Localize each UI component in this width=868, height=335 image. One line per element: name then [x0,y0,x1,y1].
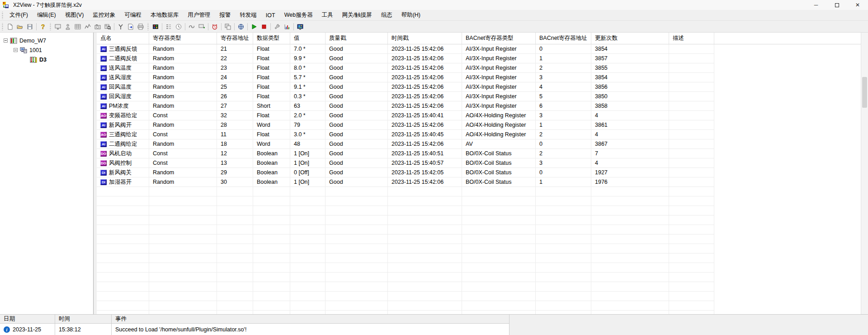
run-icon[interactable] [249,22,259,32]
project-tree: Demo_W71001D3 [0,33,94,314]
cell-name: AIPM浓度 [97,101,149,111]
toolbar-grip[interactable] [1,23,4,30]
table-row-empty [97,254,861,263]
cell-timestamp [388,301,462,311]
user-run-icon[interactable] [63,22,73,32]
menu-item-4[interactable]: 监控对象 [88,10,120,20]
point-name: 回风温度 [109,83,132,91]
table-row-empty [97,225,861,234]
menu-grip[interactable] [1,12,4,19]
link-icon[interactable] [187,22,197,32]
menu-item-14[interactable]: 组态 [377,10,397,20]
table-row-14[interactable]: DI新风阀关Random29Boolean0 [Off]Good2023-11-… [97,168,861,177]
cell-name: DI加湿器开 [97,177,149,187]
table-grid-icon[interactable] [73,22,83,32]
column-header-value[interactable]: 值 [290,33,326,44]
cell-timestamp [388,292,462,301]
table-row-1[interactable]: AI三通阀反馈Random21Float7.0 *Good2023-11-25 … [97,44,861,54]
menu-item-13[interactable]: 网关/触摸屏 [338,10,377,20]
tree-item-d3[interactable]: D3 [0,55,93,64]
stop-icon[interactable] [259,22,269,32]
column-header-name[interactable]: 点名 [97,33,149,44]
point-type-icon-di: DI [100,170,107,176]
list-grid-icon[interactable] [164,22,174,32]
table-row-7[interactable]: AIPM浓度Random27Short63Good2023-11-25 15:4… [97,101,861,111]
table-row-13[interactable]: DO风阀控制Const13Boolean1 [On]Good2023-11-25… [97,158,861,168]
menu-item-7[interactable]: 用户管理 [183,10,215,20]
printer-icon[interactable] [136,22,146,32]
menu-item-12[interactable]: 工具 [317,10,338,20]
column-header-reg_type[interactable]: 寄存器类型 [149,33,217,44]
tree-expander-icon[interactable] [4,38,8,43]
table-row-4[interactable]: AI送风湿度Random24Float5.7 *Good2023-11-25 1… [97,73,861,82]
close-button[interactable]: ✕ [847,0,868,10]
column-header-reg_addr[interactable]: 寄存器地址 [217,33,253,44]
disk-copy-icon[interactable] [223,22,233,32]
cell-timestamp: 2023-11-25 15:42:05 [388,168,462,177]
table-row-9[interactable]: AI新风阀开Random28Word79Good2023-11-25 15:42… [97,120,861,130]
alarm-icon[interactable] [210,22,220,32]
cell-value: 0.3 * [290,92,326,101]
menu-item-2[interactable]: 编辑(E) [33,10,61,20]
minimize-button[interactable]: ─ [806,0,826,10]
vertical-scrollbar[interactable] [861,33,868,314]
search-table-icon[interactable] [103,22,113,32]
table-row-10[interactable]: AO三通阀给定Const11Float3.0 *Good2023-11-25 1… [97,130,861,139]
column-header-data_type[interactable]: 数据类型 [253,33,290,44]
cell-data_type [253,215,290,225]
menu-item-3[interactable]: 视图(V) [61,10,89,20]
tree-item-1001[interactable]: 1001 [0,46,93,54]
status-time-header: 时间 [55,315,112,324]
table-row-5[interactable]: AI回风温度Random25Float9.1 *Good2023-11-25 1… [97,82,861,92]
save-icon[interactable] [25,22,35,32]
open-file-icon[interactable] [15,22,25,32]
column-header-quality[interactable]: 质量戳 [326,33,388,44]
column-header-desc[interactable]: 描述 [669,33,714,44]
camera-icon[interactable] [93,22,103,32]
rgb-points-icon[interactable] [151,22,160,32]
cell-updates: 7 [591,149,669,158]
wrench-icon[interactable] [272,22,282,32]
status-time-value: 15:38:12 [55,324,112,335]
chart-icon[interactable] [282,22,292,32]
menu-item-6[interactable]: 本地数据库 [146,10,184,20]
menu-item-15[interactable]: 帮助(H) [397,10,425,20]
cell-reg_addr: 27 [217,101,253,111]
toolbar-grip[interactable] [49,23,52,30]
menu-item-9[interactable]: 转发端 [235,10,261,20]
tree-expander-icon[interactable] [14,48,18,52]
screen-plus-icon[interactable] [197,22,207,32]
table-row-2[interactable]: AI二通阀反馈Random22Float9.9 *Good2023-11-25 … [97,54,861,63]
globe-icon[interactable] [236,22,246,32]
table-row-6[interactable]: AI回风湿度Random26Float0.3 *Good2023-11-25 1… [97,92,861,101]
new-file-icon[interactable] [5,22,15,32]
tree-item-demo_w7[interactable]: Demo_W7 [0,36,93,45]
help-icon[interactable]: ? [38,22,48,32]
table-row-11[interactable]: AI二通阀给定Random18Word48Good2023-11-25 15:4… [97,139,861,149]
toolbar-grip[interactable] [147,23,149,30]
menu-item-10[interactable]: IOT [261,11,280,20]
table-row-12[interactable]: DO风机启动Const12Boolean1 [On]Good2023-11-25… [97,149,861,158]
menu-item-5[interactable]: 可编程 [120,10,146,20]
menu-item-8[interactable]: 报警 [215,10,235,20]
hmi-screen-icon[interactable] [295,22,305,32]
cell-bacnet_type: BO/0X-Coil Status [462,158,536,168]
cell-reg_addr [217,273,253,282]
export-doc-icon[interactable] [126,22,136,32]
cell-quality [326,225,388,234]
menu-item-11[interactable]: Web服务器 [280,10,317,20]
table-row-3[interactable]: AI送风温度Random23Float8.0 *Good2023-11-25 1… [97,63,861,73]
column-header-updates[interactable]: 更新次数 [591,33,669,44]
menu-item-1[interactable]: 文件(F) [5,10,33,20]
merge-icon[interactable] [116,22,126,32]
table-row-15[interactable]: DI加湿器开Random30Boolean1 [On]Good2023-11-2… [97,177,861,187]
maximize-button[interactable] [826,0,847,10]
column-header-bacnet_addr[interactable]: BACnet寄存器地址 [536,33,591,44]
table-row-8[interactable]: AO变频器给定Const32Float2.0 *Good2023-11-25 1… [97,111,861,120]
monitor-config-icon[interactable] [53,22,63,32]
clock-icon[interactable] [174,22,184,32]
scrollbar-thumb[interactable] [862,77,867,108]
signal-zigzag-icon[interactable] [83,22,93,32]
column-header-bacnet_type[interactable]: BACnet寄存器类型 [462,33,536,44]
column-header-timestamp[interactable]: 时间戳 [388,33,462,44]
